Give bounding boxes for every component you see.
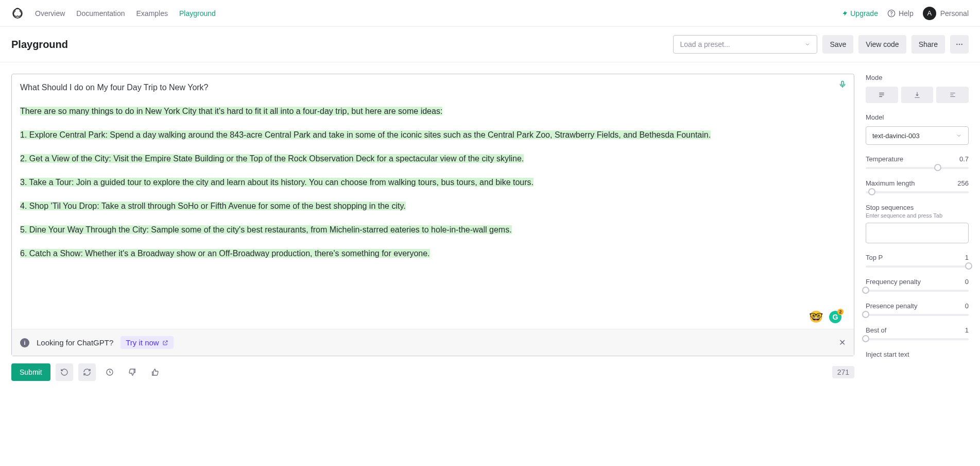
stop-sequences-input[interactable] (866, 223, 969, 243)
action-row: Submit 271 (11, 363, 854, 381)
svg-point-0 (13, 9, 22, 18)
nav-documentation[interactable]: Documentation (76, 9, 125, 18)
try-it-label: Try it now (126, 338, 159, 347)
generated-line: 5. Dine Your Way Through the City: Sampl… (20, 224, 846, 236)
regenerate-button[interactable] (78, 363, 96, 381)
editor-text-area[interactable]: What Should I do on My four Day Trip to … (12, 74, 854, 329)
top-nav: Overview Documentation Examples Playgrou… (0, 0, 980, 27)
nav-overview[interactable]: Overview (35, 9, 65, 18)
banner-text: Looking for ChatGPT? (37, 338, 113, 347)
token-count: 271 (832, 366, 854, 378)
model-value: text-davinci-003 (872, 132, 920, 140)
generated-line: 1. Explore Central Park: Spend a day wal… (20, 129, 846, 141)
help-label: Help (899, 9, 914, 18)
help-link[interactable]: Help (887, 9, 914, 18)
model-label: Model (866, 113, 969, 121)
top-p-value: 1 (965, 254, 969, 261)
page-header: Playground Load a preset... Save View co… (0, 27, 980, 62)
temperature-slider[interactable] (866, 167, 969, 169)
presence-penalty-value: 0 (965, 302, 969, 310)
history-icon (106, 368, 114, 376)
account-menu[interactable]: A Personal (923, 7, 969, 20)
info-icon: i (20, 338, 29, 347)
upgrade-label: Upgrade (850, 9, 878, 18)
parameters-panel: Mode Model text-davinci-003 Temperature … (866, 74, 969, 381)
microphone-icon[interactable] (838, 80, 847, 89)
save-button[interactable]: Save (822, 35, 853, 54)
generated-line: 6. Catch a Show: Whether it's a Broadway… (20, 247, 846, 260)
chatgpt-banner: i Looking for ChatGPT? Try it now ✕ (12, 329, 854, 356)
openai-logo-icon[interactable] (11, 7, 24, 20)
svg-point-4 (959, 44, 960, 45)
stop-sequences-label: Stop sequences (866, 204, 969, 211)
generated-line: 3. Take a Tour: Join a guided tour to ex… (20, 176, 846, 189)
account-label: Personal (940, 9, 969, 18)
try-it-now-link[interactable]: Try it now (121, 336, 173, 349)
thumbs-down-icon (128, 368, 136, 376)
mode-edit-button[interactable] (936, 87, 969, 103)
external-link-icon (162, 340, 168, 346)
page-title: Playground (11, 39, 68, 51)
upgrade-link[interactable]: Upgrade (842, 9, 878, 18)
svg-point-3 (956, 44, 958, 45)
insert-mode-icon (914, 91, 921, 98)
view-code-button[interactable]: View code (858, 35, 906, 54)
generated-line: There are so many things to do in New Yo… (20, 105, 846, 118)
edit-mode-icon (949, 91, 956, 98)
emoji-icon[interactable]: 🤓 (809, 310, 823, 324)
best-of-label: Best of (866, 326, 886, 334)
bolt-icon (842, 10, 848, 16)
presence-penalty-label: Presence penalty (866, 302, 917, 310)
max-length-value: 256 (957, 179, 969, 187)
max-length-slider[interactable] (866, 191, 969, 193)
best-of-slider[interactable] (866, 338, 969, 340)
help-icon (887, 9, 896, 18)
share-button[interactable]: Share (912, 35, 945, 54)
frequency-penalty-value: 0 (965, 278, 969, 286)
ellipsis-icon (955, 40, 964, 48)
nav-examples[interactable]: Examples (136, 9, 168, 18)
history-button[interactable] (101, 363, 118, 381)
undo-icon (60, 368, 68, 376)
mode-insert-button[interactable] (901, 87, 934, 103)
nav-links: Overview Documentation Examples Playgrou… (35, 9, 216, 18)
temperature-label: Temperature (866, 155, 903, 163)
complete-mode-icon (878, 91, 885, 98)
mode-complete-button[interactable] (866, 87, 898, 103)
undo-button[interactable] (56, 363, 73, 381)
thumbs-down-button[interactable] (124, 363, 141, 381)
best-of-value: 1 (965, 326, 969, 334)
more-button[interactable] (950, 35, 969, 54)
close-banner-icon[interactable]: ✕ (839, 338, 846, 347)
inject-start-text-label: Inject start text (866, 351, 969, 358)
chevron-down-icon (804, 41, 811, 47)
svg-point-2 (891, 15, 892, 15)
generated-line: 4. Shop 'Til You Drop: Take a stroll thr… (20, 200, 846, 212)
grammarly-icon[interactable]: G2 (829, 311, 841, 323)
nav-playground[interactable]: Playground (179, 9, 216, 18)
chevron-down-icon (956, 132, 962, 139)
thumbs-up-button[interactable] (146, 363, 164, 381)
top-p-slider[interactable] (866, 265, 969, 268)
avatar: A (923, 7, 936, 20)
frequency-penalty-slider[interactable] (866, 290, 969, 292)
refresh-icon (83, 368, 91, 376)
frequency-penalty-label: Frequency penalty (866, 278, 921, 286)
submit-button[interactable]: Submit (11, 363, 50, 381)
preset-placeholder: Load a preset... (680, 40, 730, 48)
thumbs-up-icon (151, 368, 159, 376)
mode-label: Mode (866, 74, 969, 81)
max-length-label: Maximum length (866, 179, 915, 187)
svg-rect-6 (841, 81, 844, 85)
stop-sequences-hint: Enter sequence and press Tab (866, 212, 969, 219)
model-select[interactable]: text-davinci-003 (866, 126, 969, 145)
preset-select[interactable]: Load a preset... (673, 35, 817, 54)
generated-line: 2. Get a View of the City: Visit the Emp… (20, 153, 846, 165)
temperature-value: 0.7 (959, 155, 969, 163)
grammarly-count: 2 (837, 309, 844, 315)
svg-point-5 (961, 44, 962, 45)
prompt-text: What Should I do on My four Day Trip to … (20, 81, 846, 94)
completion-editor[interactable]: What Should I do on My four Day Trip to … (11, 74, 854, 356)
top-p-label: Top P (866, 254, 883, 261)
presence-penalty-slider[interactable] (866, 314, 969, 316)
